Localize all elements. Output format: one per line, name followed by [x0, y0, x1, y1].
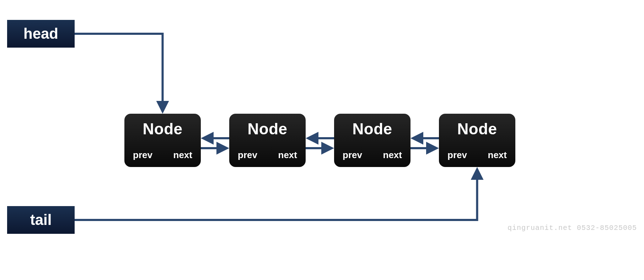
head-pointer-box: head	[7, 20, 75, 48]
linked-list-node: Node prev next	[229, 114, 306, 167]
node-title: Node	[439, 120, 515, 138]
node-next-label: next	[383, 150, 402, 161]
node-title: Node	[334, 120, 410, 138]
node-prev-label: prev	[447, 150, 467, 161]
node-title: Node	[124, 120, 201, 138]
tail-label: tail	[30, 211, 52, 228]
tail-pointer-box: tail	[7, 206, 75, 234]
arrow-layer	[0, 0, 644, 280]
watermark-text: qingruanit.net 0532-85025005	[508, 224, 637, 232]
node-prev-label: prev	[133, 150, 152, 161]
linked-list-node: Node prev next	[124, 114, 201, 167]
node-prev-label: prev	[238, 150, 257, 161]
node-next-label: next	[488, 150, 507, 161]
linked-list-node: Node prev next	[439, 114, 515, 167]
node-next-label: next	[173, 150, 192, 161]
linked-list-node: Node prev next	[334, 114, 410, 167]
node-prev-label: prev	[343, 150, 362, 161]
head-label: head	[23, 25, 58, 42]
node-title: Node	[229, 120, 306, 138]
node-next-label: next	[278, 150, 297, 161]
